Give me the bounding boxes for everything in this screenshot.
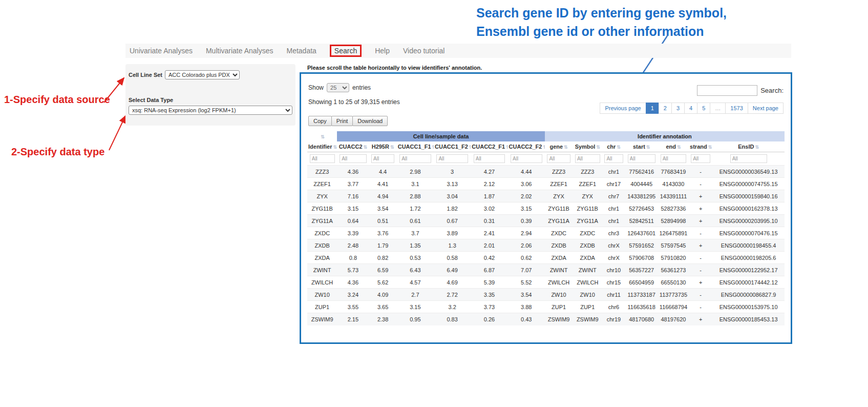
data-cell: chr15 (602, 276, 625, 289)
entries-select[interactable]: 25 (327, 83, 349, 92)
data-cell: 0.53 (397, 252, 434, 264)
group-header-row: ⇅Cell line/sample dataIdentifier annotat… (307, 131, 785, 141)
copy-button[interactable]: Copy (308, 116, 332, 126)
filter-input-gene[interactable] (547, 154, 570, 163)
data-cell: 4.44 (508, 166, 545, 178)
table-row: ZYG11B3.153.541.721.823.023.15ZYG11BZYG1… (307, 202, 785, 215)
data-cell: ENSG00000198455.4 (712, 239, 785, 252)
data-cell: 57597545 (658, 239, 689, 252)
page-button-1573[interactable]: 1573 (725, 103, 748, 114)
filter-input-cuacc2_f2[interactable] (511, 154, 542, 163)
data-cell: ZWILCH (573, 276, 602, 289)
table-row: ZYX7.164.942.883.041.872.02ZYXZYXchr7143… (307, 190, 785, 202)
filter-input-cuacc1_f2[interactable] (436, 154, 468, 163)
identifier-cell: ZXDB (307, 239, 337, 252)
column-header-strand[interactable]: strand⇅ (689, 141, 712, 152)
data-type-select[interactable]: xsq: RNA-seq Expression (log2 FPKM+1) (129, 106, 292, 115)
table-row: ZZZ34.364.42.9834.274.44ZZZ3ZZZ3chr17756… (307, 166, 785, 178)
identifier-cell: ZSWIM9 (307, 313, 337, 325)
column-header-end[interactable]: end⇅ (658, 141, 689, 152)
data-cell: - (689, 178, 712, 190)
column-label: CUACC1_F1 (398, 144, 431, 150)
data-cell: 2.02 (508, 190, 545, 202)
filter-input-strand[interactable] (691, 154, 710, 163)
data-cell: 77683419 (658, 166, 689, 178)
column-header-cuacc2[interactable]: CUACC2⇅ (337, 141, 369, 152)
nav-item-metadata[interactable]: Metadata (286, 47, 316, 55)
nav-item-multivariate-analyses[interactable]: Multivariate Analyses (206, 47, 273, 55)
data-cell: ZZEF1 (573, 178, 602, 190)
cell-line-set-select[interactable]: ACC Colorado plus PDX (165, 70, 240, 79)
data-cell: 66504959 (625, 276, 658, 289)
identifier-group-header[interactable]: ⇅ (307, 131, 337, 141)
column-header-identifier[interactable]: Identifier⇅ (307, 141, 337, 152)
data-cell: ZXDA (545, 252, 573, 264)
data-cell: 5.62 (369, 276, 396, 289)
page-button-5[interactable]: 5 (697, 103, 710, 114)
data-cell: chr1 (602, 202, 625, 215)
previous-page-button[interactable]: Previous page (600, 103, 646, 114)
table-row: ZXDB2.481.791.351.32.012.06ZXDBZXDBchrX5… (307, 239, 785, 252)
table-row: ZUP13.553.653.153.23.733.88ZUP1ZUP1chr61… (307, 301, 785, 313)
nav-item-univariate-analyses[interactable]: Univariate Analyses (130, 47, 193, 55)
filter-input-chr[interactable] (604, 154, 623, 163)
column-header-h295r[interactable]: H295R⇅ (369, 141, 396, 152)
next-page-button[interactable]: Next page (748, 103, 784, 114)
column-header-cuacc1_f1[interactable]: CUACC1_F1⇅ (397, 141, 434, 152)
sort-icon: ⇅ (321, 134, 325, 139)
column-header-cuacc2_f2[interactable]: CUACC2_F2⇅ (508, 141, 545, 152)
filter-input-end[interactable] (661, 154, 687, 163)
data-cell: 3.76 (369, 227, 396, 239)
data-cell: 113773735 (658, 289, 689, 301)
column-label: CUACC2_F2 (509, 144, 542, 150)
data-cell: ENSG00000074755.15 (712, 178, 785, 190)
nav-item-video-tutorial[interactable]: Video tutorial (403, 47, 444, 55)
identifier-cell: ZUP1 (307, 301, 337, 313)
column-header-chr[interactable]: chr⇅ (602, 141, 625, 152)
filter-row (307, 152, 785, 166)
nav-item-help[interactable]: Help (375, 47, 390, 55)
filter-input-h295r[interactable] (371, 154, 394, 163)
data-cell: 57910820 (658, 252, 689, 264)
data-cell: 0.64 (337, 215, 369, 227)
filter-input-cuacc2_f1[interactable] (474, 154, 505, 163)
export-buttons: CopyPrintDownload (308, 116, 387, 126)
filter-input-identifier[interactable] (310, 154, 335, 163)
page-button-3[interactable]: 3 (671, 103, 685, 114)
filter-input-cuacc1_f1[interactable] (399, 154, 431, 163)
filter-input-cuacc2[interactable] (340, 154, 366, 163)
data-cell: 3.73 (471, 301, 507, 313)
search-input[interactable] (697, 85, 757, 96)
column-header-gene[interactable]: gene⇅ (545, 141, 573, 152)
search-results-panel: Show 25 entries Showing 1 to 25 of 39,31… (300, 72, 792, 344)
filter-input-symbol[interactable] (575, 154, 600, 163)
nav-item-search[interactable]: Search (330, 45, 362, 57)
identifier-cell: ZYG11B (307, 202, 337, 215)
column-header-symbol[interactable]: Symbol⇅ (573, 141, 602, 152)
page-button-1[interactable]: 1 (646, 103, 659, 114)
data-cell: + (689, 313, 712, 325)
column-header-cuacc2_f1[interactable]: CUACC2_F1⇅ (471, 141, 507, 152)
data-cell: 4.94 (369, 190, 396, 202)
page-button-4[interactable]: 4 (684, 103, 697, 114)
data-source-panel: Cell Line Set ACC Colorado plus PDX Sele… (125, 64, 295, 126)
download-button[interactable]: Download (352, 116, 388, 126)
data-cell: ZXDB (573, 239, 602, 252)
data-cell: 5.39 (471, 276, 507, 289)
print-button[interactable]: Print (331, 116, 353, 126)
column-header-ensid[interactable]: EnsID⇅ (712, 141, 785, 152)
data-cell: ENSG00000198205.6 (712, 252, 785, 264)
data-cell: chr11 (602, 289, 625, 301)
filter-input-ensid[interactable] (730, 154, 767, 163)
identifier-cell: ZYG11A (307, 215, 337, 227)
data-cell: + (689, 239, 712, 252)
data-cell: 2.12 (471, 178, 507, 190)
data-cell: 3.65 (369, 301, 396, 313)
column-header-start[interactable]: start⇅ (625, 141, 658, 152)
filter-input-start[interactable] (628, 154, 655, 163)
data-cell: - (689, 289, 712, 301)
data-cell: 4.69 (434, 276, 471, 289)
data-cell: ENSG00000036549.13 (712, 166, 785, 178)
page-button-2[interactable]: 2 (659, 103, 672, 114)
column-header-cuacc1_f2[interactable]: CUACC1_F2⇅ (434, 141, 471, 152)
